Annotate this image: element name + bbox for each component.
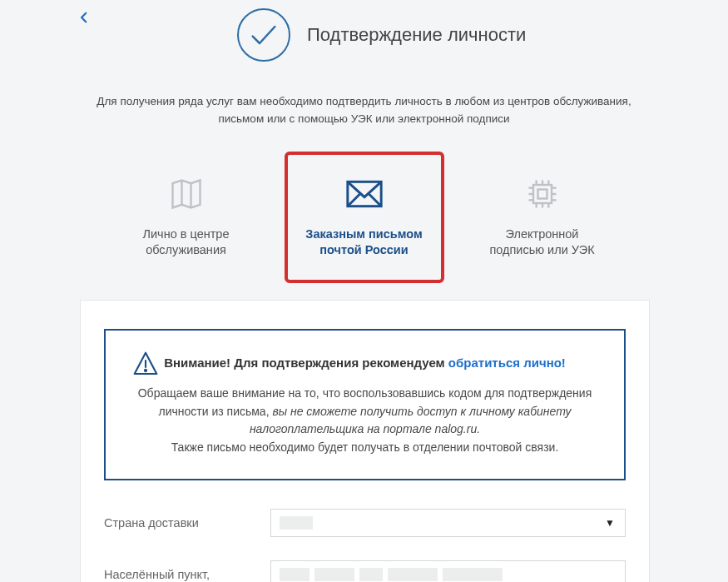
svg-marker-0 — [172, 180, 200, 207]
page-title: Подтверждение личности — [307, 24, 526, 46]
svg-rect-7 — [537, 189, 547, 198]
option-label: Заказным письмом почтой России — [301, 226, 428, 259]
city-label: Населённый пункт, — [104, 568, 270, 581]
option-in-person[interactable]: Лично в центре обслуживания — [106, 152, 266, 283]
notice-link[interactable]: обратиться лично! — [448, 356, 566, 370]
warning-notice: Внимание! Для подтверждения рекомендуем … — [104, 329, 626, 480]
content-panel: Внимание! Для подтверждения рекомендуем … — [80, 300, 650, 582]
option-by-mail[interactable]: Заказным письмом почтой России — [285, 152, 444, 283]
country-label: Страна доставки — [104, 516, 270, 530]
select-value-redacted — [280, 516, 313, 530]
map-icon — [123, 173, 250, 215]
country-select[interactable]: ▼ — [270, 509, 626, 537]
svg-rect-6 — [533, 185, 552, 203]
check-icon — [237, 8, 290, 62]
city-input[interactable] — [270, 560, 626, 582]
intro-text: Для получения ряда услуг вам необходимо … — [73, 93, 656, 128]
svg-line-4 — [347, 194, 359, 206]
notice-body: Обращаем ваше внимание на то, что воспол… — [134, 385, 596, 457]
option-digital-signature[interactable]: Электронной подписью или УЭК — [463, 152, 622, 283]
chevron-down-icon: ▼ — [605, 517, 615, 529]
notice-title: Внимание! Для подтверждения рекомендуем … — [134, 356, 596, 370]
input-value-redacted — [280, 561, 625, 582]
option-label: Электронной подписью или УЭК — [479, 226, 606, 259]
warning-icon — [132, 351, 159, 381]
svg-point-22 — [145, 370, 146, 371]
chip-icon — [479, 173, 606, 215]
back-button[interactable] — [77, 10, 93, 27]
svg-line-5 — [369, 194, 381, 206]
mail-icon — [301, 173, 428, 215]
option-label: Лично в центре обслуживания — [123, 226, 250, 259]
